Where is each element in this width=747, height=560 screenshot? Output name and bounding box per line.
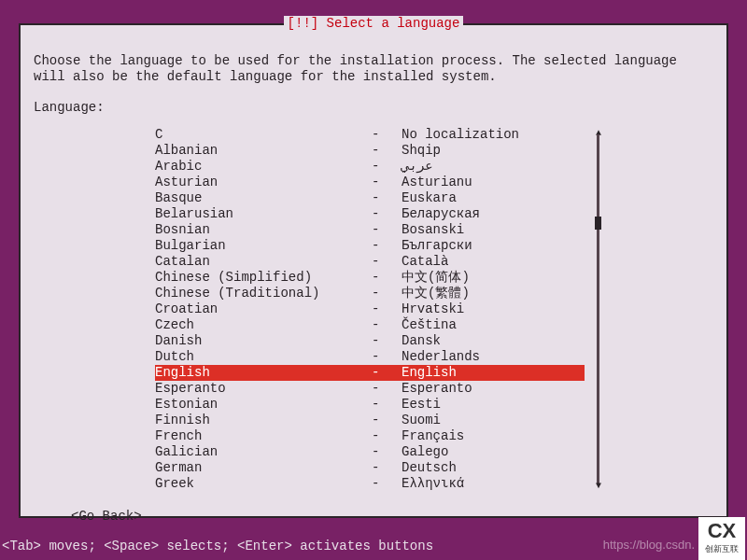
language-native: Беларуская	[402, 206, 585, 222]
language-native: No localization	[402, 127, 585, 143]
separator: -	[372, 159, 402, 175]
language-option[interactable]: Esperanto- Esperanto	[155, 381, 585, 397]
language-field-label: Language:	[34, 100, 713, 116]
separator: -	[372, 476, 402, 492]
language-option[interactable]: English- English	[155, 365, 585, 381]
language-native: Čeština	[402, 317, 585, 333]
language-option[interactable]: Asturian- Asturianu	[155, 175, 585, 190]
language-native: Eesti	[402, 397, 585, 413]
language-option[interactable]: Czech- Čeština	[155, 317, 585, 333]
separator: -	[372, 365, 402, 381]
language-name: Chinese (Simplified)	[155, 270, 372, 286]
language-name: Estonian	[155, 397, 372, 413]
language-name: C	[155, 127, 372, 143]
language-name: Basque	[155, 190, 372, 206]
separator: -	[372, 349, 402, 365]
language-name: Greek	[155, 476, 372, 492]
language-name: Asturian	[155, 175, 372, 190]
language-name: English	[155, 365, 372, 381]
separator: -	[372, 127, 402, 143]
separator: -	[372, 381, 402, 397]
language-native: Esperanto	[402, 381, 585, 397]
separator: -	[372, 143, 402, 159]
language-option[interactable]: Bosnian- Bosanski	[155, 222, 585, 238]
language-name: Chinese (Traditional)	[155, 286, 372, 301]
language-list[interactable]: ▲ ▼ C- No localizationAlbanian- ShqipAra…	[155, 127, 585, 492]
separator: -	[372, 333, 402, 349]
language-native: English	[402, 365, 585, 381]
language-option[interactable]: Bulgarian- Български	[155, 238, 585, 254]
language-option[interactable]: Finnish- Suomi	[155, 413, 585, 428]
language-name: French	[155, 428, 372, 444]
separator: -	[372, 397, 402, 413]
separator: -	[372, 190, 402, 206]
watermark-text: https://blog.csdn.	[603, 537, 695, 553]
language-native: Euskara	[402, 190, 585, 206]
go-back-button[interactable]: <Go Back>	[71, 509, 142, 525]
separator: -	[372, 270, 402, 286]
language-option[interactable]: Basque- Euskara	[155, 190, 585, 206]
separator: -	[372, 286, 402, 301]
language-native: 中文(繁體)	[402, 286, 585, 301]
language-name: Arabic	[155, 159, 372, 175]
language-option[interactable]: Dutch- Nederlands	[155, 349, 585, 365]
language-option[interactable]: German- Deutsch	[155, 460, 585, 476]
separator: -	[372, 444, 402, 460]
instructions-text: Choose the language to be used for the i…	[34, 53, 713, 85]
language-native: Asturianu	[402, 175, 585, 190]
language-option[interactable]: Chinese (Traditional)- 中文(繁體)	[155, 286, 585, 301]
scrollbar[interactable]: ▲ ▼	[594, 127, 603, 492]
separator: -	[372, 206, 402, 222]
language-option[interactable]: Catalan- Català	[155, 254, 585, 270]
separator: -	[372, 222, 402, 238]
separator: -	[372, 413, 402, 428]
language-name: Czech	[155, 317, 372, 333]
language-name: Bulgarian	[155, 238, 372, 254]
language-option[interactable]: C- No localization	[155, 127, 585, 143]
language-name: German	[155, 460, 372, 476]
language-name: Danish	[155, 333, 372, 349]
scroll-thumb[interactable]	[595, 217, 601, 230]
language-option[interactable]: Albanian- Shqip	[155, 143, 585, 159]
scroll-track[interactable]	[597, 134, 599, 484]
language-native: Bosanski	[402, 222, 585, 238]
language-option[interactable]: Estonian- Eesti	[155, 397, 585, 413]
language-option[interactable]: Greek- Ελληνικά	[155, 476, 585, 492]
language-native: عربي	[402, 159, 585, 175]
language-name: Finnish	[155, 413, 372, 428]
language-name: Bosnian	[155, 222, 372, 238]
dialog-title: [!!] Select a language	[284, 16, 464, 32]
dialog-titlebar: [!!] Select a language	[21, 16, 726, 32]
language-option[interactable]: Croatian- Hrvatski	[155, 301, 585, 317]
language-name: Croatian	[155, 301, 372, 317]
language-native: Dansk	[402, 333, 585, 349]
language-option[interactable]: Arabic- عربي	[155, 159, 585, 175]
language-native: Suomi	[402, 413, 585, 428]
language-native: Hrvatski	[402, 301, 585, 317]
language-name: Esperanto	[155, 381, 372, 397]
separator: -	[372, 254, 402, 270]
separator: -	[372, 238, 402, 254]
language-option[interactable]: Belarusian- Беларуская	[155, 206, 585, 222]
language-option[interactable]: Danish- Dansk	[155, 333, 585, 349]
language-option[interactable]: Chinese (Simplified)- 中文(简体)	[155, 270, 585, 286]
language-native: Български	[402, 238, 585, 254]
language-native: Deutsch	[402, 460, 585, 476]
separator: -	[372, 301, 402, 317]
language-option[interactable]: French- Français	[155, 428, 585, 444]
language-option[interactable]: Galician- Galego	[155, 444, 585, 460]
language-native: Català	[402, 254, 585, 270]
separator: -	[372, 317, 402, 333]
language-native: Galego	[402, 444, 585, 460]
language-name: Catalan	[155, 254, 372, 270]
separator: -	[372, 175, 402, 190]
language-native: Français	[402, 428, 585, 444]
installer-dialog: [!!] Select a language Choose the langua…	[19, 23, 728, 518]
brand-badge: CX 创新互联	[698, 517, 745, 560]
language-native: Nederlands	[402, 349, 585, 365]
separator: -	[372, 428, 402, 444]
scroll-down-icon[interactable]: ▼	[593, 478, 604, 494]
brand-mark-icon: CX	[708, 521, 737, 541]
language-name: Dutch	[155, 349, 372, 365]
brand-text: 创新互联	[705, 541, 739, 557]
